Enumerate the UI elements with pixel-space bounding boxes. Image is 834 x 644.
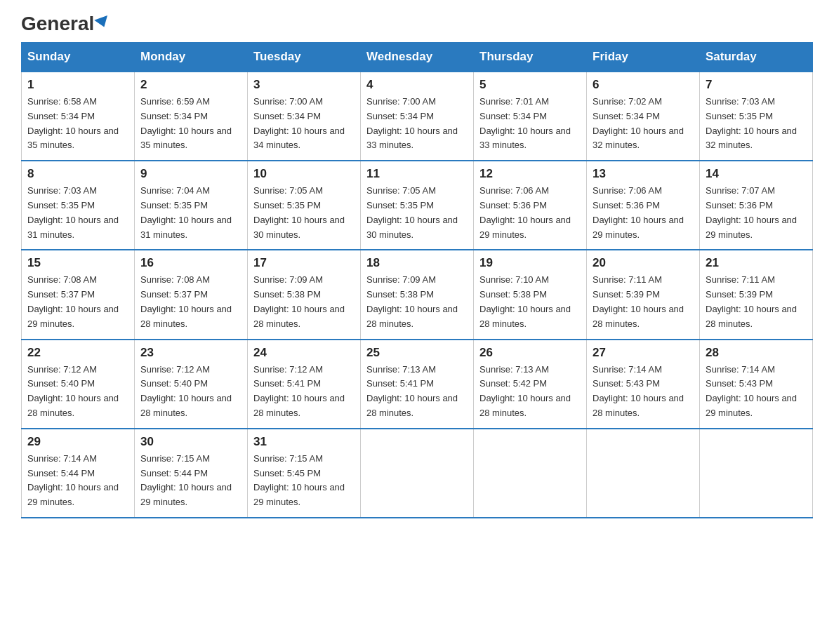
calendar-cell: 13 Sunrise: 7:06 AM Sunset: 5:36 PM Dayl… xyxy=(587,161,700,250)
day-info: Sunrise: 7:03 AM Sunset: 5:35 PM Dayligh… xyxy=(27,184,128,242)
weekday-header-monday: Monday xyxy=(135,43,248,72)
weekday-header-row: SundayMondayTuesdayWednesdayThursdayFrid… xyxy=(22,43,813,72)
day-number: 22 xyxy=(27,346,128,360)
calendar-cell: 22 Sunrise: 7:12 AM Sunset: 5:40 PM Dayl… xyxy=(22,340,135,429)
day-info: Sunrise: 7:12 AM Sunset: 5:40 PM Dayligh… xyxy=(27,363,128,421)
day-info: Sunrise: 7:14 AM Sunset: 5:44 PM Dayligh… xyxy=(27,452,128,510)
day-info: Sunrise: 7:06 AM Sunset: 5:36 PM Dayligh… xyxy=(479,184,581,242)
day-number: 2 xyxy=(140,78,241,92)
day-info: Sunrise: 7:00 AM Sunset: 5:34 PM Dayligh… xyxy=(366,95,468,153)
day-info: Sunrise: 7:09 AM Sunset: 5:38 PM Dayligh… xyxy=(366,273,468,331)
day-number: 13 xyxy=(593,167,694,181)
calendar-cell xyxy=(700,429,813,518)
calendar-cell xyxy=(361,429,474,518)
day-info: Sunrise: 7:00 AM Sunset: 5:34 PM Dayligh… xyxy=(253,95,355,153)
calendar-cell: 9 Sunrise: 7:04 AM Sunset: 5:35 PM Dayli… xyxy=(135,161,248,250)
calendar-week-row: 29 Sunrise: 7:14 AM Sunset: 5:44 PM Dayl… xyxy=(22,429,813,518)
day-info: Sunrise: 7:07 AM Sunset: 5:36 PM Dayligh… xyxy=(706,184,807,242)
logo: General xyxy=(21,14,110,35)
day-number: 5 xyxy=(479,78,581,92)
calendar-cell: 18 Sunrise: 7:09 AM Sunset: 5:38 PM Dayl… xyxy=(361,250,474,339)
day-number: 25 xyxy=(366,346,468,360)
day-number: 7 xyxy=(706,78,807,92)
calendar-cell: 30 Sunrise: 7:15 AM Sunset: 5:44 PM Dayl… xyxy=(135,429,248,518)
calendar-cell: 20 Sunrise: 7:11 AM Sunset: 5:39 PM Dayl… xyxy=(587,250,700,339)
calendar-cell: 26 Sunrise: 7:13 AM Sunset: 5:42 PM Dayl… xyxy=(474,340,587,429)
day-number: 23 xyxy=(140,346,241,360)
calendar-cell: 27 Sunrise: 7:14 AM Sunset: 5:43 PM Dayl… xyxy=(587,340,700,429)
day-number: 24 xyxy=(253,346,355,360)
calendar-cell: 11 Sunrise: 7:05 AM Sunset: 5:35 PM Dayl… xyxy=(361,161,474,250)
day-info: Sunrise: 7:04 AM Sunset: 5:35 PM Dayligh… xyxy=(140,184,241,242)
weekday-header-friday: Friday xyxy=(587,43,700,72)
calendar-cell: 31 Sunrise: 7:15 AM Sunset: 5:45 PM Dayl… xyxy=(248,429,361,518)
calendar-cell: 7 Sunrise: 7:03 AM Sunset: 5:35 PM Dayli… xyxy=(700,72,813,161)
calendar-table: SundayMondayTuesdayWednesdayThursdayFrid… xyxy=(21,42,813,518)
calendar-cell: 29 Sunrise: 7:14 AM Sunset: 5:44 PM Dayl… xyxy=(22,429,135,518)
calendar-cell: 1 Sunrise: 6:58 AM Sunset: 5:34 PM Dayli… xyxy=(22,72,135,161)
weekday-header-sunday: Sunday xyxy=(22,43,135,72)
calendar-cell: 8 Sunrise: 7:03 AM Sunset: 5:35 PM Dayli… xyxy=(22,161,135,250)
day-number: 12 xyxy=(479,167,581,181)
day-info: Sunrise: 7:12 AM Sunset: 5:41 PM Dayligh… xyxy=(253,363,355,421)
calendar-cell: 12 Sunrise: 7:06 AM Sunset: 5:36 PM Dayl… xyxy=(474,161,587,250)
calendar-week-row: 1 Sunrise: 6:58 AM Sunset: 5:34 PM Dayli… xyxy=(22,72,813,161)
day-number: 16 xyxy=(140,256,241,270)
calendar-cell: 10 Sunrise: 7:05 AM Sunset: 5:35 PM Dayl… xyxy=(248,161,361,250)
day-info: Sunrise: 7:11 AM Sunset: 5:39 PM Dayligh… xyxy=(706,273,807,331)
day-number: 8 xyxy=(27,167,128,181)
calendar-cell: 21 Sunrise: 7:11 AM Sunset: 5:39 PM Dayl… xyxy=(700,250,813,339)
day-number: 17 xyxy=(253,256,355,270)
day-number: 28 xyxy=(706,346,807,360)
calendar-cell: 2 Sunrise: 6:59 AM Sunset: 5:34 PM Dayli… xyxy=(135,72,248,161)
day-number: 4 xyxy=(366,78,468,92)
day-info: Sunrise: 7:01 AM Sunset: 5:34 PM Dayligh… xyxy=(479,95,581,153)
calendar-cell: 24 Sunrise: 7:12 AM Sunset: 5:41 PM Dayl… xyxy=(248,340,361,429)
day-info: Sunrise: 7:10 AM Sunset: 5:38 PM Dayligh… xyxy=(479,273,581,331)
day-info: Sunrise: 7:14 AM Sunset: 5:43 PM Dayligh… xyxy=(593,363,694,421)
day-number: 30 xyxy=(140,435,241,449)
calendar-cell: 28 Sunrise: 7:14 AM Sunset: 5:43 PM Dayl… xyxy=(700,340,813,429)
day-number: 3 xyxy=(253,78,355,92)
weekday-header-tuesday: Tuesday xyxy=(248,43,361,72)
day-number: 9 xyxy=(140,167,241,181)
day-info: Sunrise: 6:59 AM Sunset: 5:34 PM Dayligh… xyxy=(140,95,241,153)
day-info: Sunrise: 7:02 AM Sunset: 5:34 PM Dayligh… xyxy=(593,95,694,153)
logo-text: General xyxy=(21,14,110,34)
calendar-cell xyxy=(587,429,700,518)
day-info: Sunrise: 6:58 AM Sunset: 5:34 PM Dayligh… xyxy=(27,95,128,153)
calendar-cell: 14 Sunrise: 7:07 AM Sunset: 5:36 PM Dayl… xyxy=(700,161,813,250)
day-number: 31 xyxy=(253,435,355,449)
day-number: 15 xyxy=(27,256,128,270)
weekday-header-saturday: Saturday xyxy=(700,43,813,72)
day-number: 19 xyxy=(479,256,581,270)
day-info: Sunrise: 7:13 AM Sunset: 5:42 PM Dayligh… xyxy=(479,363,581,421)
day-info: Sunrise: 7:15 AM Sunset: 5:44 PM Dayligh… xyxy=(140,452,241,510)
day-number: 1 xyxy=(27,78,128,92)
calendar-cell: 15 Sunrise: 7:08 AM Sunset: 5:37 PM Dayl… xyxy=(22,250,135,339)
day-info: Sunrise: 7:08 AM Sunset: 5:37 PM Dayligh… xyxy=(27,273,128,331)
calendar-cell: 3 Sunrise: 7:00 AM Sunset: 5:34 PM Dayli… xyxy=(248,72,361,161)
calendar-week-row: 22 Sunrise: 7:12 AM Sunset: 5:40 PM Dayl… xyxy=(22,340,813,429)
calendar-cell: 6 Sunrise: 7:02 AM Sunset: 5:34 PM Dayli… xyxy=(587,72,700,161)
day-info: Sunrise: 7:03 AM Sunset: 5:35 PM Dayligh… xyxy=(706,95,807,153)
day-info: Sunrise: 7:13 AM Sunset: 5:41 PM Dayligh… xyxy=(366,363,468,421)
calendar-cell: 25 Sunrise: 7:13 AM Sunset: 5:41 PM Dayl… xyxy=(361,340,474,429)
calendar-cell: 5 Sunrise: 7:01 AM Sunset: 5:34 PM Dayli… xyxy=(474,72,587,161)
calendar-cell xyxy=(474,429,587,518)
calendar-cell: 23 Sunrise: 7:12 AM Sunset: 5:40 PM Dayl… xyxy=(135,340,248,429)
calendar-cell: 16 Sunrise: 7:08 AM Sunset: 5:37 PM Dayl… xyxy=(135,250,248,339)
day-info: Sunrise: 7:15 AM Sunset: 5:45 PM Dayligh… xyxy=(253,452,355,510)
calendar-week-row: 8 Sunrise: 7:03 AM Sunset: 5:35 PM Dayli… xyxy=(22,161,813,250)
weekday-header-wednesday: Wednesday xyxy=(361,43,474,72)
day-number: 11 xyxy=(366,167,468,181)
day-info: Sunrise: 7:09 AM Sunset: 5:38 PM Dayligh… xyxy=(253,273,355,331)
day-info: Sunrise: 7:12 AM Sunset: 5:40 PM Dayligh… xyxy=(140,363,241,421)
day-number: 26 xyxy=(479,346,581,360)
logo-triangle-icon xyxy=(94,15,111,29)
day-number: 21 xyxy=(706,256,807,270)
day-number: 10 xyxy=(253,167,355,181)
day-number: 29 xyxy=(27,435,128,449)
day-info: Sunrise: 7:05 AM Sunset: 5:35 PM Dayligh… xyxy=(366,184,468,242)
day-number: 18 xyxy=(366,256,468,270)
